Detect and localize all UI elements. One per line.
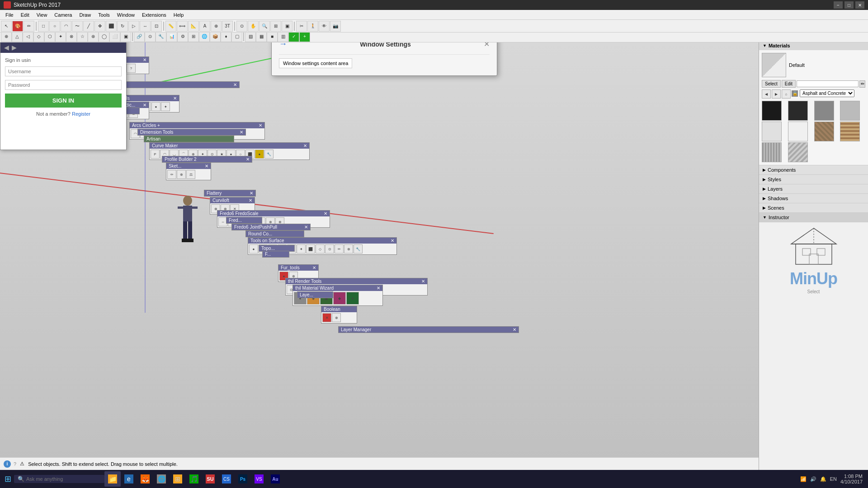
tool-circle[interactable]: ○	[49, 21, 60, 32]
tool-tape[interactable]: 📏	[165, 21, 176, 32]
bool-btn1[interactable]: ✕	[322, 313, 331, 322]
tool-offset[interactable]: ⊡	[151, 21, 162, 32]
dim-close[interactable]: ✕	[240, 130, 243, 135]
tos-btn6[interactable]: ✦	[297, 244, 306, 253]
tool-zoomsection[interactable]: ▣	[282, 21, 292, 32]
tool2-27[interactable]: ✓	[288, 31, 299, 42]
tool-follow[interactable]: ▷	[128, 21, 139, 32]
curviloft-close[interactable]: ✕	[249, 198, 252, 203]
profile-builder-close[interactable]: ✕	[246, 157, 250, 162]
3darcstudio-close[interactable]: ✕	[143, 57, 146, 62]
tray-volume-icon[interactable]: 🔊	[810, 476, 816, 482]
tool-pan[interactable]: ✋	[248, 21, 259, 32]
tool2-5[interactable]: ⬡	[44, 31, 55, 42]
ft-close[interactable]: ✕	[312, 265, 316, 270]
lm-close[interactable]: ✕	[513, 327, 516, 332]
tool2-4[interactable]: ◇	[33, 31, 44, 42]
tool-lookaround[interactable]: 👁	[319, 21, 330, 32]
start-button[interactable]: ⊞	[2, 471, 14, 487]
tool-push[interactable]: ⬛	[106, 21, 117, 32]
mat-swatch-gray1[interactable]	[814, 101, 834, 121]
menu-tools[interactable]: Tools	[94, 11, 113, 19]
mat-swatch-gray3[interactable]	[762, 122, 782, 141]
fredoscale-close[interactable]: ✕	[324, 211, 327, 216]
tool-axes[interactable]: ⊕	[211, 21, 222, 32]
mat-swatch-tex4[interactable]	[788, 142, 808, 162]
sk-btn3[interactable]: ⚖	[186, 170, 195, 179]
taskbar-ps[interactable]: Ps	[235, 471, 251, 487]
tool2-17[interactable]: ⚙	[177, 31, 188, 42]
tool-move[interactable]: ✥	[94, 21, 105, 32]
tool-section[interactable]: ✂	[296, 21, 307, 32]
instructor-section[interactable]: ▼ Instructor	[759, 213, 868, 222]
mat-swatch-dark2[interactable]	[788, 101, 808, 121]
sc-btn6[interactable]: ●	[151, 102, 160, 111]
tool2-15[interactable]: 🔧	[156, 31, 166, 42]
tool2-21[interactable]: ♦	[221, 31, 231, 42]
tool2-23[interactable]: ▧	[245, 31, 256, 42]
tool2-6[interactable]: ✦	[55, 31, 66, 42]
restore-button[interactable]: □	[844, 1, 854, 9]
nav-back[interactable]: ◀	[4, 44, 9, 51]
tool-arc[interactable]: ◠	[61, 21, 71, 32]
close-button[interactable]: ✕	[855, 1, 864, 9]
tool-dimension[interactable]: ⟺	[177, 21, 188, 32]
flattery-close[interactable]: ✕	[250, 191, 253, 196]
menu-window[interactable]: Window	[113, 11, 138, 19]
mat-swatch-tex2[interactable]	[840, 122, 860, 141]
tray-network-icon[interactable]: 📶	[800, 476, 807, 482]
tool-eraser[interactable]: ✏	[24, 21, 34, 32]
sc-btn7[interactable]: ✦	[161, 102, 170, 111]
components-section[interactable]: ▶ Components	[759, 165, 868, 175]
tool2-28[interactable]: +	[299, 31, 310, 42]
tool-scale[interactable]: ↔	[140, 21, 151, 32]
tool2-19[interactable]: 🌐	[199, 31, 210, 42]
tos-close[interactable]: ✕	[391, 238, 394, 243]
tool2-7[interactable]: ⊗	[66, 31, 77, 42]
taskbar-firefox[interactable]: 🦊	[137, 471, 153, 487]
arcs-close[interactable]: ✕	[259, 123, 262, 128]
sculpt-tools-close[interactable]: ✕	[173, 96, 177, 101]
taskbar-wm[interactable]: 🎵	[186, 471, 202, 487]
mat-nav-fwd[interactable]: ▶	[772, 89, 781, 99]
mat-nav-back[interactable]: ◀	[762, 89, 771, 99]
menu-draw[interactable]: Draw	[75, 11, 94, 19]
tool2-3[interactable]: ◁	[23, 31, 33, 42]
scenes-section[interactable]: ▶ Scenes	[759, 203, 868, 213]
tool2-8[interactable]: ☆	[77, 31, 88, 42]
tool-protractor[interactable]: 📐	[188, 21, 199, 32]
tool2-2[interactable]: △	[12, 31, 23, 42]
material-category-select[interactable]: Asphalt and Concrete	[800, 89, 854, 97]
tool2-16[interactable]: 📊	[166, 31, 177, 42]
tool2-22[interactable]: ▢	[231, 31, 242, 42]
search-box[interactable]: 🔍	[14, 475, 104, 483]
tool-rotate[interactable]: ↻	[117, 21, 128, 32]
powermaker-close[interactable]: ✕	[303, 143, 307, 148]
tool2-1[interactable]: ⊕	[1, 31, 12, 42]
tool-zoomext[interactable]: ⊞	[270, 21, 281, 32]
menu-edit[interactable]: Edit	[17, 11, 33, 19]
pm-yellow[interactable]: ●	[255, 150, 264, 159]
jpp-close[interactable]: ✕	[304, 225, 308, 230]
pm-btn1[interactable]: P	[151, 150, 160, 159]
nav-forward[interactable]: ▶	[12, 44, 17, 51]
menu-file[interactable]: File	[2, 11, 17, 19]
tr-close[interactable]: ✕	[421, 279, 425, 284]
tool-position[interactable]: 📷	[330, 21, 341, 32]
tm-btn4[interactable]: ◆	[333, 292, 346, 305]
layers-section[interactable]: ▶ Layers	[759, 184, 868, 194]
tool2-18[interactable]: ⊞	[188, 31, 199, 42]
material-name-input[interactable]	[797, 80, 859, 87]
tm-btn5[interactable]: ♦	[346, 292, 359, 305]
tool-paint[interactable]: 🎨	[12, 21, 23, 32]
perp-close[interactable]: ✕	[143, 103, 146, 108]
mat-edit-pencil[interactable]: ✏	[859, 80, 865, 88]
minimize-button[interactable]: −	[834, 1, 843, 9]
menu-extensions[interactable]: Extensions	[138, 11, 170, 19]
taskbar-chrome[interactable]: 🌐	[153, 471, 170, 487]
tool2-10[interactable]: ◯	[99, 31, 109, 42]
menu-help[interactable]: Help	[170, 11, 188, 19]
tool2-14[interactable]: ⊙	[145, 31, 156, 42]
edit-button[interactable]: Edit	[782, 80, 796, 88]
shadows-section[interactable]: ▶ Shadows	[759, 194, 868, 203]
